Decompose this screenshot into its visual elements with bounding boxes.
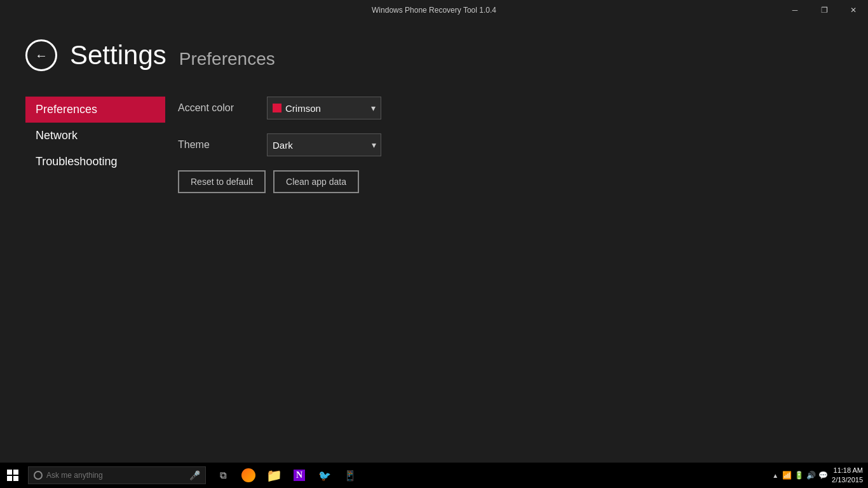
preferences-content: Accent color Crimson ▾ Theme Dark Light [165, 97, 843, 193]
windows-logo-icon [7, 470, 18, 481]
reset-to-default-button[interactable]: Reset to default [178, 170, 266, 193]
network-signal-icon: 📶 [782, 471, 792, 480]
notification-chevron-icon[interactable]: ▲ [772, 472, 778, 479]
battery-icon: 🔋 [794, 471, 804, 480]
restore-button[interactable]: ❐ [810, 0, 839, 20]
section-title: Preferences [179, 49, 275, 69]
task-view-button[interactable]: ⧉ [211, 463, 235, 488]
taskbar-date-display: 2/13/2015 [832, 475, 863, 485]
accent-color-dot [273, 104, 281, 112]
taskbar: 🎤 ⧉ 📁 N 🐦 📱 ▲ 📶 🔋 🔊 [0, 463, 868, 488]
system-tray-icons: 📶 🔋 🔊 💬 [782, 471, 828, 480]
page-title: Settings [70, 40, 166, 71]
sidebar-item-troubleshooting[interactable]: Troubleshooting [25, 149, 165, 175]
sidebar-item-preferences[interactable]: Preferences [25, 97, 165, 123]
start-button[interactable] [0, 463, 25, 488]
search-icon [34, 471, 43, 480]
taskbar-right: ▲ 📶 🔋 🔊 💬 11:18 AM 2/13/2015 [772, 466, 868, 485]
microphone-icon[interactable]: 🎤 [189, 470, 200, 480]
volume-icon: 🔊 [806, 471, 816, 480]
accent-color-select-wrapper[interactable]: Crimson ▾ [267, 97, 381, 119]
taskbar-time-display: 11:18 AM [832, 466, 863, 475]
accent-color-label: Accent color [178, 102, 267, 114]
action-buttons: Reset to default Clean app data [178, 170, 843, 193]
back-button[interactable]: ← [25, 39, 57, 71]
window-controls: ─ ❐ ✕ [780, 0, 868, 20]
header: ← Settings Preferences [25, 39, 843, 71]
back-arrow-icon: ← [35, 48, 48, 63]
theme-select[interactable]: Dark Light [267, 133, 381, 156]
onenote-icon[interactable]: N [287, 463, 311, 488]
theme-select-wrapper: Dark Light [267, 133, 381, 156]
twitter-icon[interactable]: 🐦 [313, 463, 337, 488]
minimize-button[interactable]: ─ [780, 0, 810, 20]
sidebar-item-network[interactable]: Network [25, 123, 165, 149]
theme-row: Theme Dark Light [178, 133, 843, 156]
app-area: ← Settings Preferences Preferences Netwo… [0, 20, 868, 463]
message-icon: 💬 [818, 471, 828, 480]
title-bar: Windows Phone Recovery Tool 1.0.4 ─ ❐ ✕ [0, 0, 868, 20]
sidebar: Preferences Network Troubleshooting [25, 97, 165, 193]
firefox-icon[interactable] [236, 463, 261, 488]
accent-color-chevron-icon: ▾ [371, 103, 376, 113]
file-explorer-icon[interactable]: 📁 [262, 463, 286, 488]
taskbar-pinned-apps: ⧉ 📁 N 🐦 📱 [211, 463, 362, 488]
accent-color-row: Accent color Crimson ▾ [178, 97, 843, 119]
search-input[interactable] [46, 471, 186, 480]
search-bar[interactable]: 🎤 [28, 466, 206, 484]
phone-recovery-tool-icon[interactable]: 📱 [338, 463, 362, 488]
theme-label: Theme [178, 139, 267, 151]
content-layout: Preferences Network Troubleshooting Acce… [25, 97, 843, 193]
close-button[interactable]: ✕ [839, 0, 868, 20]
taskbar-clock[interactable]: 11:18 AM 2/13/2015 [832, 466, 863, 485]
clean-app-data-button[interactable]: Clean app data [273, 170, 359, 193]
accent-color-select[interactable]: Crimson [285, 103, 371, 114]
app-title: Windows Phone Recovery Tool 1.0.4 [372, 6, 496, 15]
task-view-icon: ⧉ [220, 470, 227, 481]
